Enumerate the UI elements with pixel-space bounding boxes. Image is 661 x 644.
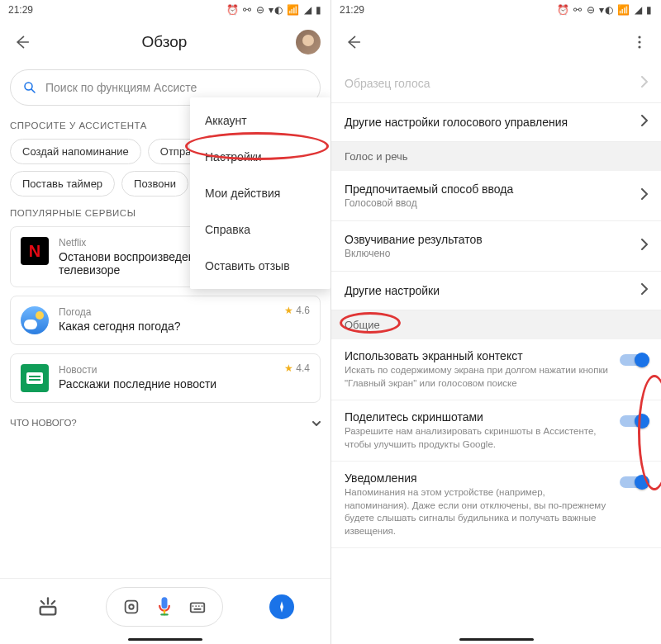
- toggle-screen-context[interactable]: Использовать экранный контекст Искать по…: [331, 339, 661, 400]
- chevron-right-icon: [641, 188, 648, 203]
- bottom-bar: [0, 578, 330, 634]
- explore-button[interactable]: [269, 594, 294, 619]
- section-popular-label: ПОПУЛЯРНЫЕ СЕРВИСЫ: [10, 208, 136, 218]
- arrow-left-icon: [13, 34, 30, 50]
- svg-line-3: [41, 601, 45, 604]
- item-preferred-input[interactable]: Предпочитаемый способ ввода Голосовой вв…: [331, 171, 661, 221]
- right-body: Образец голоса Другие настройки голосово…: [331, 64, 661, 634]
- status-time: 21:29: [340, 4, 364, 16]
- chevron-right-icon: [641, 76, 648, 91]
- menu-feedback[interactable]: Оставить отзыв: [190, 248, 330, 284]
- compass-icon: [275, 600, 288, 613]
- svg-rect-6: [126, 600, 138, 613]
- svg-point-7: [129, 604, 134, 609]
- toggle-switch[interactable]: [620, 353, 648, 367]
- svg-line-1: [31, 89, 35, 92]
- menu-account[interactable]: Аккаунт: [190, 102, 330, 139]
- header: [331, 20, 661, 64]
- section-voice-and-speech: Голос и речь: [331, 142, 661, 171]
- page-title: Обзор: [33, 33, 296, 51]
- nav-handle[interactable]: [0, 634, 330, 644]
- card-news[interactable]: Новости Расскажи последние новости ★4.4: [10, 353, 321, 403]
- toggle-switch[interactable]: [620, 475, 648, 490]
- section-whats-new: ЧТО НОВОГО?: [10, 418, 321, 428]
- status-bar: 21:29 ⏰ ⚯ ⊖ ▾◐ 📶 ◢ ▮: [331, 0, 661, 20]
- star-icon: ★: [284, 362, 293, 374]
- chevron-down-icon[interactable]: [312, 418, 321, 428]
- menu-settings[interactable]: Настройки: [190, 139, 330, 175]
- more-button[interactable]: [628, 31, 651, 54]
- card-rating: ★4.6: [284, 305, 310, 316]
- status-icons: ⏰ ⚯ ⊖ ▾◐ 📶 ◢ ▮: [226, 4, 322, 16]
- svg-line-4: [52, 601, 55, 604]
- svg-point-18: [638, 45, 640, 48]
- nav-handle[interactable]: [331, 634, 661, 644]
- toggle-notifications[interactable]: Уведомления Напоминания на этом устройст…: [331, 462, 661, 548]
- news-icon: [21, 364, 49, 392]
- back-button[interactable]: [341, 31, 364, 54]
- item-other-voice-settings[interactable]: Другие настройки голосового управления: [331, 103, 661, 142]
- back-button[interactable]: [10, 31, 33, 54]
- svg-point-16: [638, 36, 640, 38]
- toggle-share-screenshots[interactable]: Поделитесь скриншотами Разрешите нам ана…: [331, 400, 661, 462]
- svg-rect-10: [191, 603, 205, 612]
- chip-call[interactable]: Позвони: [121, 171, 188, 197]
- weather-icon: [21, 306, 49, 334]
- item-other-settings[interactable]: Другие настройки: [331, 272, 661, 310]
- svg-rect-5: [40, 607, 56, 614]
- star-icon: ★: [284, 305, 293, 316]
- item-speech-output[interactable]: Озвучивание результатов Включено: [331, 221, 661, 272]
- item-voice-sample: Образец голоса: [331, 64, 661, 103]
- snapshot-icon[interactable]: [36, 595, 59, 618]
- right-phone-screen: 21:29 ⏰ ⚯ ⊖ ▾◐ 📶 ◢ ▮ Образец голоса Друг…: [330, 0, 661, 644]
- account-menu: Аккаунт Настройки Мои действия Справка О…: [190, 97, 330, 289]
- menu-my-activity[interactable]: Мои действия: [190, 175, 330, 211]
- left-body: Поиск по функциям Ассисте СПРОСИТЕ У АСС…: [0, 64, 330, 578]
- whats-new-label: ЧТО НОВОГО?: [10, 418, 77, 428]
- search-placeholder: Поиск по функциям Ассисте: [45, 81, 197, 94]
- mic-button[interactable]: [148, 590, 181, 623]
- chevron-right-icon: [641, 283, 648, 298]
- status-time: 21:29: [8, 4, 33, 16]
- chevron-right-icon: [641, 115, 648, 130]
- card-title: Какая сегодня погода?: [59, 320, 310, 333]
- chevron-right-icon: [641, 239, 648, 253]
- card-weather[interactable]: Погода Какая сегодня погода? ★4.6: [10, 296, 321, 345]
- search-icon: [22, 80, 37, 95]
- card-category: Новости: [59, 364, 310, 376]
- svg-point-17: [638, 40, 640, 43]
- netflix-icon: N: [21, 237, 49, 265]
- toggle-switch[interactable]: [620, 414, 648, 429]
- chip-set-timer[interactable]: Поставь таймер: [10, 171, 115, 197]
- svg-point-0: [25, 83, 32, 90]
- section-general-label: Общие: [345, 319, 380, 331]
- lens-button[interactable]: [115, 590, 148, 623]
- center-input-controls: [106, 587, 223, 627]
- card-category: Погода: [59, 306, 310, 318]
- status-icons: ⏰ ⚯ ⊖ ▾◐ 📶 ◢ ▮: [557, 4, 653, 16]
- header: Обзор: [0, 20, 330, 64]
- arrow-left-icon: [345, 34, 361, 50]
- chip-create-reminder[interactable]: Создай напоминание: [10, 139, 141, 164]
- left-phone-screen: 21:29 ⏰ ⚯ ⊖ ▾◐ 📶 ◢ ▮ Обзор Поиск по функ…: [0, 0, 330, 644]
- section-general: Общие: [331, 310, 661, 339]
- status-bar: 21:29 ⏰ ⚯ ⊖ ▾◐ 📶 ◢ ▮: [0, 0, 330, 20]
- card-rating: ★4.4: [284, 362, 310, 374]
- avatar[interactable]: [296, 30, 321, 54]
- card-title: Расскажи последние новости: [59, 377, 310, 391]
- keyboard-button[interactable]: [181, 590, 214, 623]
- menu-help[interactable]: Справка: [190, 211, 330, 248]
- more-vert-icon: [638, 36, 641, 49]
